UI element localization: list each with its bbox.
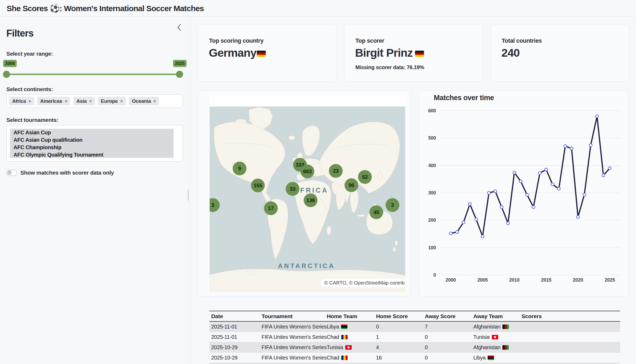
sidebar-collapse-button[interactable] (176, 22, 183, 33)
date-cell: 2025-11-01 (209, 334, 260, 340)
continent-chip-europe[interactable]: Europe× (98, 97, 126, 105)
continent-chip-africa[interactable]: Africa× (9, 97, 34, 105)
chip-label: Asia (76, 98, 87, 104)
map-cluster-marker[interactable]: 9 (233, 162, 246, 175)
year-slider-end-handle[interactable] (176, 71, 183, 78)
svg-text:2025: 2025 (605, 277, 615, 283)
svg-text:300: 300 (428, 190, 436, 196)
chip-label: Africa (12, 98, 26, 104)
map-cluster-marker[interactable]: 23 (329, 164, 343, 178)
metric-value: 240 (501, 46, 520, 59)
map-cluster-marker[interactable]: 17 (264, 201, 278, 215)
map-cluster-marker[interactable]: 683 (301, 165, 314, 178)
continent-chip-americas[interactable]: Americas× (37, 97, 70, 105)
map-cluster-marker[interactable]: 136 (304, 193, 317, 207)
home-score-cell: 0 (374, 324, 423, 330)
svg-text:500: 500 (428, 135, 436, 141)
away-score-cell: 0 (423, 334, 471, 340)
matches-table: DateTournamentHome TeamHome ScoreAway Sc… (209, 311, 620, 364)
home-team-cell: Chad (325, 334, 374, 340)
metric-card-top-scorer: Top scorer Birgit Prinz Missing scorer d… (344, 24, 483, 82)
year-range-label: Select year range: (6, 51, 53, 57)
chip-remove-icon[interactable]: × (29, 99, 31, 103)
date-cell: 2025-11-01 (209, 324, 260, 330)
map-cluster-marker[interactable]: 52 (358, 170, 372, 184)
afghanistan-flag-icon (502, 345, 509, 350)
column-header-tournament: Tournament (260, 313, 325, 319)
svg-text:0: 0 (433, 272, 436, 278)
matches-line-chart[interactable]: 0100200300400500600200020052010201520202… (419, 91, 629, 297)
tournament-option[interactable]: AFC Asian Cup (10, 129, 174, 136)
home-score-cell: 4 (374, 344, 423, 350)
home-team-cell: Tunisia (325, 344, 374, 350)
home-team-cell: Libya (325, 324, 374, 330)
date-cell: 2025-10-29 (209, 344, 260, 350)
metric-caption: Missing scorer data: 76.19% (355, 64, 424, 70)
tournaments-label: Select tournaments: (6, 117, 58, 123)
year-range-slider[interactable] (6, 74, 180, 75)
germany-flag-icon (415, 51, 424, 57)
metric-label: Total countries (502, 37, 542, 44)
away-team-cell: Libya (471, 355, 520, 361)
chip-label: Oceania (132, 98, 151, 104)
away-team-cell: Afghanistan (471, 344, 520, 350)
germany-flag-icon (257, 51, 266, 57)
chip-remove-icon[interactable]: × (154, 99, 156, 103)
home-team-cell: Chad (325, 355, 374, 361)
main-content: Top scoring country Germany Top scorer B… (190, 17, 636, 364)
away-score-cell: 7 (423, 324, 471, 330)
world-map[interactable]: AFRICA ANTARCTICA 9155173333683331362396… (210, 96, 405, 291)
metric-label: Top scoring country (209, 37, 263, 44)
map-cluster-marker[interactable]: 33 (286, 182, 299, 196)
app-header: She Scores ⚽: Women's International Socc… (0, 0, 636, 17)
map-cluster-marker[interactable]: 96 (344, 178, 358, 192)
map-cluster-marker[interactable]: 3 (386, 198, 399, 212)
tournaments-listbox[interactable]: AFC Asian CupAFC Asian Cup qualification… (6, 125, 183, 162)
chip-label: Europe (101, 98, 118, 104)
date-cell: 2025-10-29 (209, 355, 260, 361)
table-row: 2025-10-29FIFA Unites Women's SeriesTuni… (209, 342, 620, 353)
svg-text:2010: 2010 (509, 277, 520, 283)
table-row: 2025-11-01FIFA Unites Women's SeriesLiby… (209, 322, 620, 332)
continent-chip-asia[interactable]: Asia× (73, 97, 95, 105)
svg-text:2015: 2015 (541, 277, 551, 283)
table-row: 2025-10-29FIFA Unites Women's SeriesChad… (209, 353, 620, 363)
map-cluster-marker[interactable]: 45 (369, 205, 383, 219)
scorer-data-toggle[interactable] (6, 170, 17, 176)
chip-remove-icon[interactable]: × (120, 99, 122, 103)
home-score-cell: 16 (374, 355, 423, 361)
column-header-away-score: Away Score (423, 313, 471, 319)
libya-flag-icon (488, 356, 494, 360)
page-title: She Scores ⚽: Women's International Socc… (7, 4, 204, 13)
svg-text:2000: 2000 (446, 277, 456, 283)
tournament-cell: FIFA Unites Women's Series (260, 355, 325, 361)
year-range-start-value: 2000 (3, 60, 17, 67)
away-score-cell: 0 (423, 355, 471, 361)
column-header-away-team: Away Team (471, 313, 520, 319)
libya-flag-icon (341, 325, 347, 329)
svg-text:600: 600 (428, 108, 436, 113)
svg-text:2005: 2005 (478, 277, 488, 283)
tournament-option[interactable]: AFC Olympic Qualifying Tournament (10, 151, 174, 158)
metric-card-total-countries: Total countries 240 (491, 24, 629, 82)
map-cluster-marker[interactable]: 155 (251, 179, 265, 192)
continents-multiselect[interactable]: Africa×Americas×Asia×Europe×Oceania× (6, 94, 183, 108)
chevron-left-icon (176, 22, 183, 33)
tournament-option[interactable]: AFC Asian Cup qualification (10, 136, 174, 144)
tournament-cell: FIFA Unites Women's Series (260, 344, 325, 350)
column-header-date: Date (209, 313, 260, 319)
continent-chip-oceania[interactable]: Oceania× (129, 97, 159, 105)
away-team-cell: Afghanistan (471, 324, 520, 330)
svg-text:200: 200 (428, 217, 436, 223)
column-header-home-score: Home Score (374, 313, 423, 319)
away-team-cell: Tunisia (471, 334, 520, 340)
away-score-cell: 0 (423, 344, 471, 350)
metric-label: Top scorer (355, 37, 384, 44)
tournament-option[interactable]: AFC Championship (10, 144, 174, 151)
chip-remove-icon[interactable]: × (89, 99, 91, 103)
sidebar-scrollbar[interactable] (188, 189, 189, 201)
chip-remove-icon[interactable]: × (65, 99, 67, 103)
tunisia-flag-icon (492, 335, 498, 339)
chip-label: Americas (40, 98, 62, 104)
year-slider-start-handle[interactable] (3, 71, 10, 78)
